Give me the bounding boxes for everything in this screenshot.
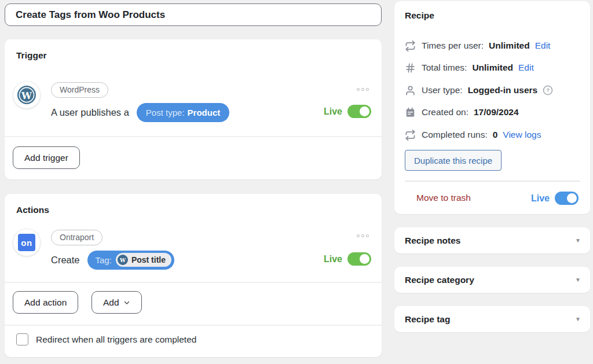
svg-text:?: ? (546, 87, 550, 93)
trigger-live-label: Live (324, 106, 342, 117)
actions-heading: Actions (16, 205, 49, 215)
completed-runs-row: Completed runs: 0 View logs (405, 126, 582, 144)
redirect-divider (5, 325, 382, 326)
action-live-label: Live (324, 254, 342, 264)
calendar-icon (405, 106, 416, 118)
trigger-card: Trigger W WordPress A user publishes a P… (5, 39, 382, 179)
recipe-title-input[interactable] (5, 3, 382, 26)
recipe-notes-label: Recipe notes (405, 227, 460, 253)
svg-text:W: W (119, 258, 126, 263)
actions-divider (5, 282, 382, 283)
edit-total-times-link[interactable]: Edit (518, 62, 534, 73)
add-dropdown-button[interactable]: Add (91, 291, 142, 314)
add-trigger-button[interactable]: Add trigger (13, 146, 80, 169)
tag-pill-label: Tag: (96, 255, 112, 265)
trigger-sentence: A user publishes a Post type: Product (51, 102, 229, 123)
wordpress-mini-icon: W (118, 255, 128, 265)
more-options-icon[interactable] (357, 234, 369, 237)
recipe-editor-page: Trigger W WordPress A user publishes a P… (0, 0, 593, 364)
move-to-trash-link[interactable]: Move to trash (416, 193, 471, 203)
duplicate-recipe-button[interactable]: Duplicate this recipe (405, 150, 502, 171)
repeat-icon (405, 129, 416, 141)
trigger-heading: Trigger (16, 50, 47, 61)
redirect-option: Redirect when all triggers are completed (16, 333, 196, 345)
recipe-category-label: Recipe category (405, 267, 474, 293)
repeat-icon (405, 40, 416, 52)
post-type-pill-button[interactable]: Post type: Product (137, 103, 229, 122)
chevron-down-icon (123, 299, 130, 306)
recipe-heading: Recipe (405, 10, 434, 21)
trigger-live-control: Live (324, 105, 371, 118)
post-title-token: W Post title (116, 253, 171, 267)
trigger-divider (5, 136, 382, 137)
trigger-sentence-text: A user publishes a (51, 107, 129, 118)
post-type-pill-value: Product (188, 108, 221, 117)
ontraport-logo: on (18, 234, 35, 251)
post-type-pill-label: Post type: (146, 108, 185, 117)
recipe-tag-accordion[interactable]: Recipe tag ▼ (394, 306, 590, 332)
edit-times-per-user-link[interactable]: Edit (535, 41, 551, 51)
svg-text:W: W (21, 90, 32, 101)
action-live-toggle[interactable] (347, 252, 371, 266)
hash-icon (405, 62, 416, 73)
wordpress-icon: W (13, 81, 41, 109)
recipe-live-control: Live (531, 192, 579, 205)
tag-pill-button[interactable]: Tag: W Post title (87, 251, 174, 270)
created-on-row: Created on: 17/09/2024 (405, 104, 582, 121)
add-action-button[interactable]: Add action (13, 291, 78, 314)
user-type-row: User type: Logged-in users ? (405, 82, 582, 99)
post-title-token-label: Post title (131, 255, 166, 264)
recipe-tag-label: Recipe tag (405, 306, 450, 332)
user-icon (405, 84, 416, 96)
recipe-panel-divider (405, 181, 580, 182)
trigger-live-toggle[interactable] (347, 105, 371, 118)
action-sentence-text: Create (51, 255, 80, 266)
redirect-checkbox[interactable] (16, 333, 28, 345)
view-logs-link[interactable]: View logs (503, 130, 541, 140)
redirect-checkbox-label: Redirect when all triggers are completed (36, 334, 196, 345)
accordion-arrow-icon: ▼ (575, 227, 581, 253)
action-live-control: Live (324, 252, 371, 266)
recipe-notes-accordion[interactable]: Recipe notes ▼ (394, 227, 590, 253)
action-sentence: Create Tag: W Post title (51, 249, 174, 270)
recipe-live-label: Live (531, 193, 550, 204)
recipe-settings-panel: Recipe Times per user: Unlimited Edit To… (394, 1, 590, 214)
total-times-row: Total times: Unlimited Edit (405, 59, 582, 76)
integration-badge-wordpress: WordPress (51, 82, 108, 98)
integration-badge-ontraport: Ontraport (51, 230, 103, 245)
help-icon[interactable]: ? (543, 84, 553, 96)
accordion-arrow-icon: ▼ (575, 306, 581, 332)
recipe-category-accordion[interactable]: Recipe category ▼ (394, 267, 590, 293)
more-options-icon[interactable] (357, 88, 369, 91)
recipe-live-toggle[interactable] (555, 192, 579, 205)
ontraport-icon: on (13, 229, 41, 256)
actions-card: Actions on Ontraport Create Tag: W Post … (5, 194, 382, 357)
times-per-user-row: Times per user: Unlimited Edit (405, 37, 582, 54)
accordion-arrow-icon: ▼ (575, 267, 581, 293)
